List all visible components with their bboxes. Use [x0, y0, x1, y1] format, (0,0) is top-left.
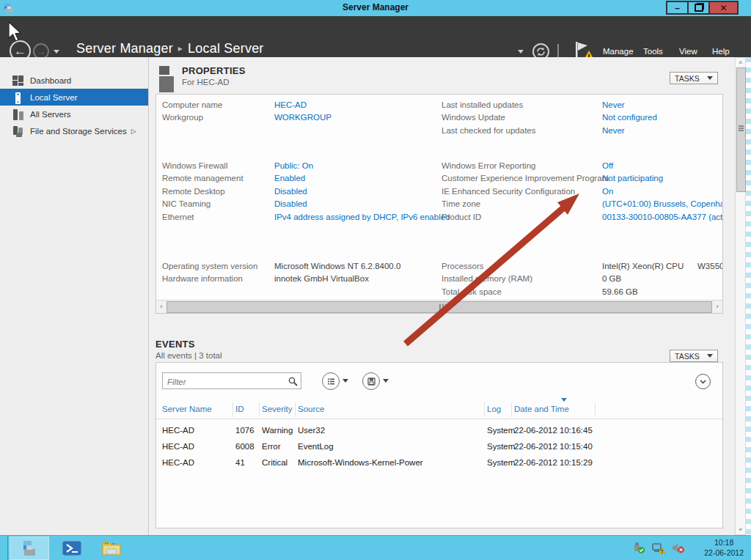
property-value[interactable]: WORKGROUP [274, 113, 331, 122]
history-dropdown-caret-icon[interactable] [54, 50, 59, 54]
column-divider [511, 402, 512, 417]
close-button[interactable]: ✕ [708, 1, 739, 15]
taskbar-clock[interactable]: 10:18 22-06-2012 [704, 537, 744, 558]
restore-button[interactable] [687, 1, 710, 15]
event-row[interactable]: HEC-AD 6008 Error EventLog System 22-06-… [156, 439, 722, 455]
breadcrumb-root[interactable]: Server Manager [76, 41, 173, 56]
sidebar-item-dashboard[interactable]: Dashboard [0, 72, 148, 89]
property-value: Microsoft Windows NT 6.2.8400.0 [274, 262, 400, 270]
property-label: Computer name [162, 100, 274, 109]
cell-severity: Warning [262, 426, 293, 435]
filter-list-caret-icon[interactable] [342, 379, 348, 383]
window-title: Server Manager [0, 2, 751, 12]
events-tasks-button[interactable]: TASKS [670, 350, 718, 362]
property-row: Installed memory (RAM)0 GB [442, 273, 684, 286]
event-row[interactable]: HEC-AD 1076 Warning User32 System 22-06-… [156, 423, 722, 439]
property-value[interactable]: Never [602, 100, 625, 109]
scroll-down-icon[interactable]: ˅ [736, 525, 745, 534]
property-value[interactable]: 00133-30010-00805-AA377 (activated) [602, 213, 723, 221]
volume-muted-tray-icon[interactable] [672, 542, 685, 557]
taskbar-server-manager-button[interactable] [10, 537, 49, 560]
horizontal-scrollbar-thumb[interactable] [166, 301, 712, 313]
breadcrumb-current[interactable]: Local Server [188, 41, 263, 56]
property-value[interactable]: HEC-AD [274, 100, 307, 109]
saved-queries-caret-icon[interactable] [383, 379, 389, 383]
menu-manage[interactable]: Manage [603, 47, 634, 56]
property-row: Windows UpdateNot configured [442, 111, 657, 125]
chevron-down-icon [700, 380, 706, 384]
sidebar-item-local-server[interactable]: Local Server [0, 89, 148, 106]
filter-field[interactable] [162, 372, 301, 389]
property-row: Time zone(UTC+01:00) Brussels, Copenhage… [442, 198, 723, 211]
scroll-up-icon[interactable]: ˄ [736, 58, 745, 67]
saved-queries-button[interactable] [362, 372, 380, 390]
taskbar-file-explorer-button[interactable] [97, 537, 126, 560]
property-label: Ethernet [162, 213, 274, 221]
vertical-scrollbar-thumb[interactable] [736, 67, 746, 192]
scrollbar-grip [439, 304, 447, 310]
taskbar-powershell-button[interactable] [59, 537, 85, 560]
events-subtitle: All events | 3 total [155, 351, 222, 360]
cell-source: Microsoft-Windows-Kernel-Power [298, 458, 423, 467]
cell-log: System [487, 458, 515, 467]
property-value[interactable]: Off [602, 161, 613, 170]
cell-date-time: 22-06-2012 10:15:29 [514, 458, 593, 467]
property-label: Windows Firewall [162, 161, 274, 170]
property-value[interactable]: Public: On [274, 161, 313, 170]
column-header-date-time[interactable]: Date and Time [514, 405, 569, 413]
column-header-log[interactable]: Log [487, 405, 501, 413]
property-value[interactable]: Not participating [602, 174, 663, 183]
menu-view[interactable]: View [679, 47, 697, 56]
menu-help[interactable]: Help [712, 47, 730, 56]
collapse-section-button[interactable] [695, 374, 711, 389]
property-value[interactable]: Not configured [602, 113, 657, 122]
filter-list-button[interactable] [322, 372, 340, 390]
nav-dropdown-caret-icon[interactable] [518, 50, 524, 54]
column-header-id[interactable]: ID [235, 405, 244, 413]
filter-input[interactable] [166, 375, 286, 388]
start-corner-separator [7, 536, 8, 560]
column-divider [484, 402, 485, 417]
column-divider [295, 402, 296, 417]
property-label: Workgroup [162, 113, 274, 122]
sidebar: Dashboard Local Server All Servers File … [0, 57, 149, 535]
scroll-left-icon[interactable]: ‹ [156, 301, 166, 312]
horizontal-scrollbar[interactable]: ‹ › [156, 300, 722, 313]
clock-date: 22-06-2012 [704, 548, 744, 558]
properties-tasks-button[interactable]: TASKS [670, 72, 718, 84]
breadcrumb: Server Manager▸Local Server [76, 41, 264, 56]
property-label: Installed memory (RAM) [442, 274, 602, 283]
property-value[interactable]: Enabled [274, 174, 305, 183]
property-value[interactable]: (UTC+01:00) Brussels, Copenhagen [602, 199, 723, 208]
column-divider [232, 402, 233, 417]
tasks-label: TASKS [675, 352, 700, 361]
property-value[interactable]: IPv4 address assigned by DHCP, IPv6 enab… [274, 213, 450, 221]
cell-id: 1076 [235, 426, 254, 435]
sidebar-item-file-storage-services[interactable]: File and Storage Services ▷ [0, 122, 148, 139]
usb-device-tray-icon[interactable] [633, 542, 645, 557]
column-divider [595, 402, 596, 417]
sidebar-item-label: All Servers [30, 110, 71, 119]
property-value[interactable]: Disabled [274, 187, 307, 196]
menu-tools[interactable]: Tools [643, 47, 663, 56]
scroll-right-icon[interactable]: › [712, 301, 722, 312]
property-value[interactable]: Never [602, 126, 625, 135]
property-value[interactable]: On [602, 187, 613, 196]
system-tray [633, 542, 685, 557]
minimize-button[interactable]: – [666, 1, 689, 15]
event-row[interactable]: HEC-AD 41 Critical Microsoft-Windows-Ker… [156, 455, 722, 471]
property-row: NIC TeamingDisabled [162, 198, 450, 211]
events-table-header: Server Name ID Severity Source Log Date … [156, 401, 722, 419]
properties-title: PROPERTIES [182, 65, 246, 76]
column-header-server-name[interactable]: Server Name [162, 405, 212, 413]
property-value: innotek GmbH VirtualBox [274, 274, 369, 283]
sidebar-item-all-servers[interactable]: All Servers [0, 106, 148, 122]
property-row: Product ID00133-30010-00805-AA377 (activ… [442, 210, 723, 224]
property-label: IE Enhanced Security Configuration [442, 187, 602, 196]
network-tray-icon[interactable] [652, 542, 665, 557]
column-header-severity[interactable]: Severity [262, 405, 293, 413]
vertical-scrollbar[interactable]: ˄ ˅ [735, 57, 746, 535]
caret-down-icon [707, 76, 713, 80]
column-header-source[interactable]: Source [298, 405, 324, 413]
property-value[interactable]: Disabled [274, 199, 307, 208]
